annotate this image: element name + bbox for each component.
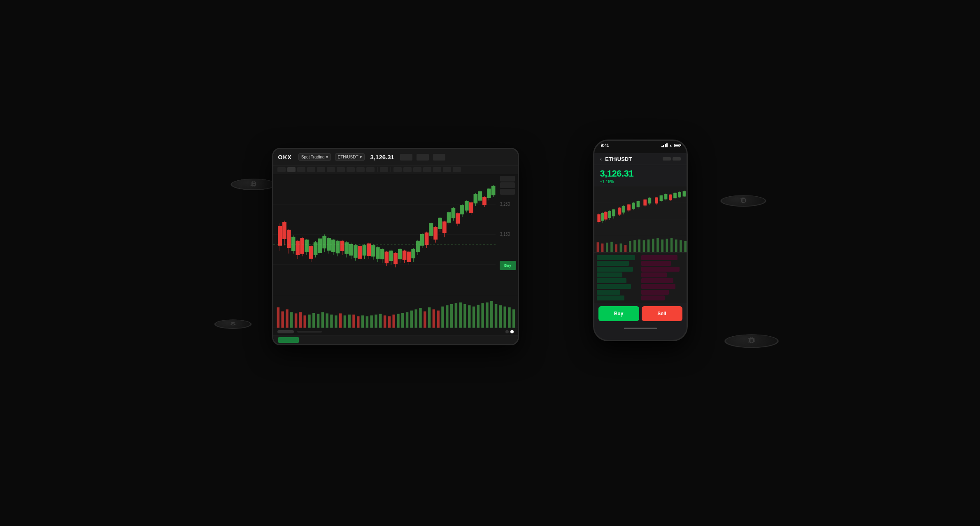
toolbar-btn-6[interactable] xyxy=(327,167,335,172)
svg-rect-20 xyxy=(367,244,370,256)
spot-trading-dropdown[interactable]: Spot Trading ▾ xyxy=(298,153,331,161)
phone-action-buttons: Buy Sell xyxy=(594,303,687,324)
more-btn[interactable] xyxy=(423,167,431,172)
svg-rect-162 xyxy=(597,214,600,222)
svg-rect-84 xyxy=(438,218,442,229)
svg-rect-94 xyxy=(474,194,477,203)
settings-btn[interactable] xyxy=(403,167,412,172)
svg-rect-109 xyxy=(299,312,301,328)
svg-rect-107 xyxy=(286,310,288,328)
svg-rect-204 xyxy=(610,242,613,252)
fullscreen-btn[interactable] xyxy=(413,167,421,172)
ob-sell-row-8 xyxy=(641,296,665,300)
svg-rect-141 xyxy=(428,307,430,328)
pair-dropdown[interactable]: ETH/USDT ▾ xyxy=(335,153,365,161)
ob-sell-row-3 xyxy=(641,267,680,272)
svg-rect-174 xyxy=(669,195,672,200)
phone-device: 9:41 ▲ ‹ ETH/USDT xyxy=(593,140,688,341)
toolbar-btn-3[interactable] xyxy=(297,167,305,172)
toolbar-btn-10[interactable] xyxy=(366,167,375,172)
toolbar-btn-8[interactable] xyxy=(347,167,355,172)
phone-volume-chart xyxy=(594,236,687,252)
svg-rect-70 xyxy=(380,249,384,259)
pagination-dots xyxy=(505,330,514,333)
svg-rect-200 xyxy=(601,244,603,252)
phone-chart-area xyxy=(594,186,687,236)
toolbar-btn-4[interactable] xyxy=(307,167,315,172)
svg-rect-96 xyxy=(478,192,482,200)
svg-rect-28 xyxy=(407,252,411,262)
phone-status-bar: 9:41 ▲ xyxy=(594,141,687,153)
chart-type-btn-3[interactable] xyxy=(453,167,461,172)
svg-rect-155 xyxy=(499,305,501,328)
svg-rect-215 xyxy=(670,238,673,252)
toolbar-btn-1[interactable] xyxy=(277,167,286,172)
svg-rect-149 xyxy=(472,307,475,328)
svg-rect-180 xyxy=(612,209,615,216)
svg-rect-176 xyxy=(601,213,604,221)
chart-type-btn-2[interactable] xyxy=(443,167,451,172)
svg-rect-205 xyxy=(619,244,622,252)
toolbar-btn-7[interactable] xyxy=(337,167,345,172)
phone-status-icons: ▲ xyxy=(661,143,680,147)
svg-rect-74 xyxy=(398,249,402,259)
stat-block-2 xyxy=(417,154,429,161)
svg-rect-6 xyxy=(282,222,286,239)
toolbar-btn-9[interactable] xyxy=(356,167,365,172)
toolbar-btn-5[interactable] xyxy=(317,167,325,172)
timeframe-1m[interactable] xyxy=(380,167,388,172)
svg-rect-144 xyxy=(450,304,452,328)
svg-rect-124 xyxy=(321,312,324,328)
svg-rect-131 xyxy=(365,316,368,328)
ob-buy-row-1 xyxy=(597,255,635,260)
indicator-btn[interactable] xyxy=(393,167,402,172)
chart-toolbar xyxy=(273,165,518,174)
dot-1[interactable] xyxy=(505,330,509,333)
svg-rect-112 xyxy=(352,314,355,328)
svg-rect-106 xyxy=(281,312,284,328)
header-action-1[interactable] xyxy=(663,157,671,161)
svg-rect-192 xyxy=(664,194,667,199)
svg-rect-34 xyxy=(442,222,446,233)
svg-rect-114 xyxy=(383,315,386,328)
toolbar-btn-2[interactable] xyxy=(287,167,296,172)
footer-buy-button[interactable] xyxy=(278,337,299,343)
svg-rect-82 xyxy=(429,223,433,235)
svg-rect-150 xyxy=(477,305,479,328)
buy-button[interactable]: Buy xyxy=(598,306,639,321)
sell-button[interactable]: Sell xyxy=(642,306,682,321)
svg-rect-12 xyxy=(300,238,304,254)
svg-rect-44 xyxy=(305,240,308,252)
ob-buy-row-7 xyxy=(597,290,620,295)
svg-rect-216 xyxy=(675,240,677,252)
back-arrow-icon[interactable]: ‹ xyxy=(600,156,602,162)
chart-type-btn[interactable] xyxy=(433,167,441,172)
svg-rect-56 xyxy=(336,241,340,253)
side-btn-3[interactable] xyxy=(500,189,515,195)
coin-dollar-bottom-left: $ xyxy=(212,319,254,329)
svg-rect-190 xyxy=(660,196,663,201)
header-action-2[interactable] xyxy=(673,157,681,161)
spot-trading-label: Spot Trading xyxy=(301,155,325,159)
phone-candlestick-chart xyxy=(594,186,687,236)
side-btn-2[interactable] xyxy=(500,182,515,188)
svg-rect-48 xyxy=(318,239,322,252)
volume-area xyxy=(273,295,518,328)
phone-price-section: 3,126.31 +1.19% xyxy=(594,165,687,186)
svg-rect-125 xyxy=(326,313,328,328)
okx-logo: OKX xyxy=(278,154,292,161)
scroll-thumb[interactable] xyxy=(277,330,294,333)
tablet-device: OKX Spot Trading ▾ ETH/USDT ▾ 3,126.31 xyxy=(272,148,519,345)
svg-rect-40 xyxy=(482,197,486,205)
side-btn-1[interactable] xyxy=(500,176,515,182)
svg-rect-68 xyxy=(376,247,379,258)
candlestick-chart: 3,250 3,150 3,050 xyxy=(273,174,518,295)
svg-rect-110 xyxy=(303,315,306,328)
signal-bar-1 xyxy=(661,146,663,147)
svg-rect-196 xyxy=(678,192,681,197)
scroll-track xyxy=(297,331,322,333)
dot-2[interactable] xyxy=(510,330,514,333)
svg-rect-26 xyxy=(403,251,406,259)
svg-rect-62 xyxy=(354,245,357,257)
svg-rect-128 xyxy=(343,315,346,328)
